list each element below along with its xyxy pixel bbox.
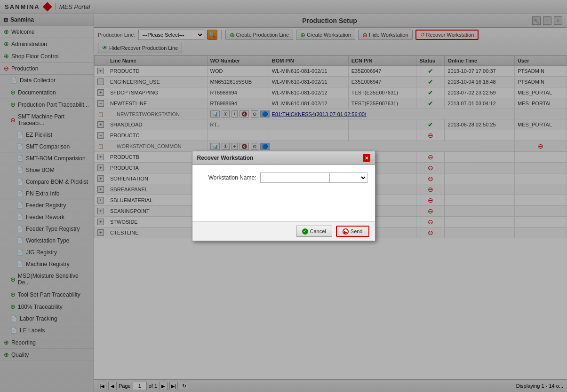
modal-overlay: Recover Workstation ✕ Workstation Name: … [0,0,567,392]
cancel-button[interactable]: ✓ Cancel [296,226,332,237]
workstation-name-label: Workstation Name: [200,174,256,181]
modal-body: Workstation Name: [192,165,375,221]
modal-close-btn[interactable]: ✕ [363,154,370,162]
modal-title: Recover Workstation [197,155,254,161]
cancel-icon: ✓ [302,228,308,235]
send-icon: ▶ [343,228,349,235]
workstation-name-input-group [260,172,367,183]
modal-header: Recover Workstation ✕ [192,151,375,165]
workstation-name-input[interactable] [260,172,329,183]
recover-workstation-modal: Recover Workstation ✕ Workstation Name: … [192,151,375,241]
modal-footer: ✓ Cancel ▶ Send [192,221,375,241]
workstation-name-select[interactable] [329,172,367,183]
send-button[interactable]: ▶ Send [336,226,369,237]
workstation-name-row: Workstation Name: [200,172,367,183]
